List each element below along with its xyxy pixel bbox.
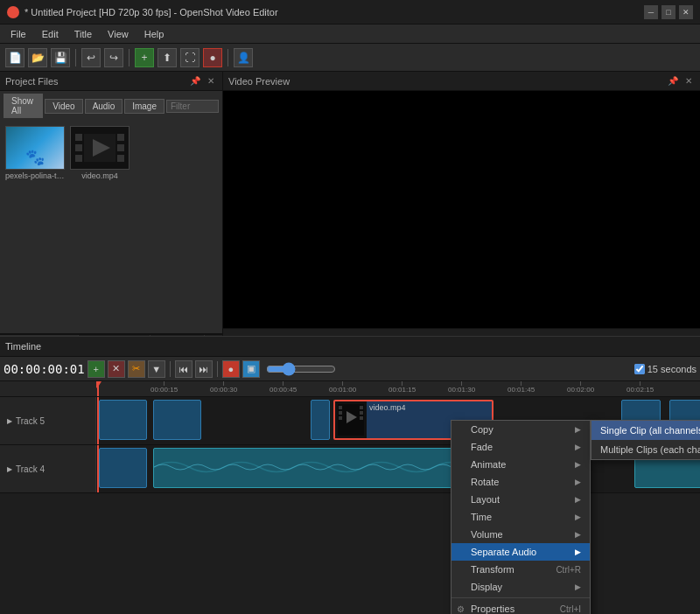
ctx-layout[interactable]: Layout ▶ [452,491,590,508]
timeline-zoom-slider[interactable] [266,362,336,376]
timeline-title: Timeline [5,341,41,352]
video-preview-title: Video Preview [228,76,290,87]
context-menu: Copy ▶ Fade ▶ Animate ▶ Rotate ▶ Layout … [451,420,591,614]
ctx-time-label: Time [471,512,492,522]
preview-close-icon[interactable]: ✕ [682,75,695,87]
toolbar-import[interactable]: + [135,48,154,67]
toolbar-profile[interactable]: 👤 [234,48,253,67]
tab-video[interactable]: Video [45,99,82,114]
preview-pin-icon[interactable]: 📌 [667,75,679,87]
video-preview-header-icons: 📌 ✕ [667,75,695,87]
ctx-properties[interactable]: ⚙ Properties Ctrl+I [452,600,590,614]
submenu-single-clip[interactable]: Single Clip (all channels) [592,421,700,440]
file-pexels[interactable]: pexels-polina-ta... [5,126,65,180]
ctx-copy-label: Copy [471,424,494,435]
toolbar-export[interactable]: ⬆ [158,48,177,67]
toolbar-undo[interactable]: ↩ [81,48,101,67]
menu-edit[interactable]: Edit [35,27,66,41]
ctx-animate-label: Animate [471,459,506,470]
toolbar-record[interactable]: ● [203,48,222,67]
file-video[interactable]: video.mp4 [70,126,130,180]
toolbar-save[interactable]: 💾 [51,48,70,67]
svg-rect-5 [117,144,124,151]
timeline-header: Timeline [0,336,700,357]
ctx-separate-audio[interactable]: Separate Audio ▶ [452,543,590,561]
toolbar-new[interactable]: 📄 [5,48,24,67]
timeline-ruler-row: 00:00:15 00:00:30 00:00:45 00:01:00 00:0… [0,381,700,397]
ctx-time[interactable]: Time ▶ [452,508,590,526]
file-pexels-thumbnail [5,126,65,170]
tl-skip-end-button[interactable]: ⏭ [195,360,213,378]
panel-close-icon[interactable]: ✕ [205,75,217,87]
track-4-arrow: ▶ [7,465,12,473]
ctx-layout-label: Layout [471,494,500,505]
timeline-ruler: 00:00:15 00:00:30 00:00:45 00:01:00 00:0… [96,381,700,396]
timeline-area: Timeline 00:00:00:01 + ✕ ✂ ▼ ⏮ ⏭ ● ▣ 15 … [0,336,700,614]
toolbar-fullscreen[interactable]: ⛶ [180,48,200,67]
project-files-panel: Project Files 📌 ✕ Show All Video Audio I… [0,72,222,334]
seconds-checkbox[interactable] [634,364,645,374]
ctx-sep1 [452,597,590,598]
ctx-properties-shortcut: Ctrl+I [560,604,581,614]
maximize-button[interactable]: □ [662,5,676,19]
tab-audio[interactable]: Audio [85,99,123,114]
track-4-name: Track 4 [16,464,45,474]
ctx-animate-arrow: ▶ [575,460,581,469]
menu-title[interactable]: Title [67,27,99,41]
ctx-volume[interactable]: Volume ▶ [452,526,590,543]
ctx-fade-label: Fade [471,442,493,452]
ctx-transform[interactable]: Transform Ctrl+R [452,561,590,578]
seconds-label: 15 seconds [648,364,696,374]
tl-filter-button[interactable]: ▼ [148,360,165,378]
menu-view[interactable]: View [101,27,136,41]
timeline-toolbar: 00:00:00:01 + ✕ ✂ ▼ ⏮ ⏭ ● ▣ 15 seconds [0,357,700,381]
video-screen[interactable] [223,91,700,328]
submenu: Single Clip (all channels) Multiple Clip… [591,420,700,460]
main-content: Project Files 📌 ✕ Show All Video Audio I… [0,72,700,360]
ctx-properties-label: Properties [471,604,514,614]
ctx-display-label: Display [471,582,502,592]
tl-razor-button[interactable]: ✂ [128,360,145,378]
close-button[interactable]: ✕ [679,5,693,19]
tl-skip-start-button[interactable]: ⏮ [175,360,192,378]
svg-rect-13 [360,406,363,409]
ctx-copy[interactable]: Copy ▶ [452,421,590,438]
ctx-properties-icon: ⚙ [457,604,465,614]
menu-help[interactable]: Help [137,27,172,41]
tl-clip-button[interactable]: ▣ [242,360,260,378]
toolbar-redo[interactable]: ↪ [104,48,123,67]
tab-show-all[interactable]: Show All [4,94,43,118]
window-controls: ─ □ ✕ [644,5,693,19]
ruler-tick-3: 00:00:45 [270,381,297,396]
ctx-animate[interactable]: Animate ▶ [452,456,590,473]
filter-input[interactable] [166,100,219,113]
track5-clip-1[interactable] [99,400,147,440]
svg-rect-3 [75,155,82,162]
tab-image[interactable]: Image [124,99,164,114]
tl-add-track-button[interactable]: + [88,360,105,378]
svg-rect-14 [360,411,363,415]
submenu-multiple-clips[interactable]: Multiple Clips (each channel) [592,440,700,459]
toolbar-sep3 [228,49,228,66]
ctx-rotate-arrow: ▶ [575,478,581,486]
toolbar-open[interactable]: 📂 [28,48,47,67]
ctx-time-arrow: ▶ [575,513,581,521]
app-icon [7,6,19,18]
ctx-rotate[interactable]: Rotate ▶ [452,473,590,491]
window-title: * Untitled Project [HD 720p 30 fps] - Op… [24,7,644,17]
track5-clip-2[interactable] [153,400,201,440]
ctx-fade[interactable]: Fade ▶ [452,438,590,456]
tl-remove-track-button[interactable]: ✕ [108,360,125,378]
left-panel: Project Files 📌 ✕ Show All Video Audio I… [0,72,223,359]
track-4-label: ▶ Track 4 [0,445,96,492]
ctx-display[interactable]: Display ▶ [452,578,590,596]
track4-clip-1[interactable] [99,448,147,488]
tl-record-button[interactable]: ● [222,360,240,378]
video-preview-panel: Video Preview 📌 ✕ ⏮ ◀◀ ▶ ▶▶ ⏭ ⚙ [223,72,700,359]
menu-file[interactable]: File [4,27,33,41]
video-preview-header: Video Preview 📌 ✕ [223,72,700,91]
clip-thumbnail [335,401,367,438]
track5-clip-3[interactable] [311,400,330,440]
minimize-button[interactable]: ─ [644,5,658,19]
panel-pin-icon[interactable]: 📌 [189,75,201,87]
